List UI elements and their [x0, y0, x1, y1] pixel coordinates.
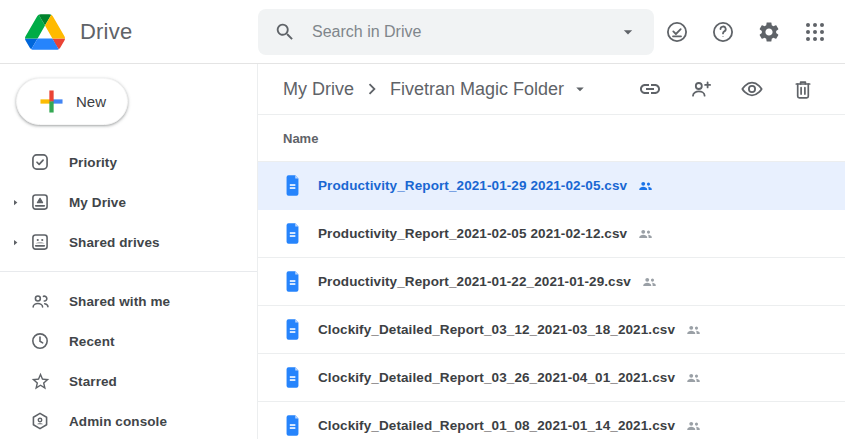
top-header: Drive	[0, 0, 845, 64]
table-row[interactable]: Productivity_Report_2021-02-05 2021-02-1…	[258, 210, 845, 258]
file-name: Clockify_Detailed_Report_03_26_2021-04_0…	[318, 370, 675, 385]
recent-clock-icon	[30, 331, 50, 351]
csv-file-icon	[283, 222, 302, 245]
file-name: Clockify_Detailed_Report_03_12_2021-03_1…	[318, 322, 675, 337]
chevron-right-icon	[361, 78, 383, 100]
search-options-caret-icon[interactable]	[618, 22, 638, 42]
file-name: Productivity_Report_2021-02-05 2021-02-1…	[318, 226, 627, 241]
shared-people-icon	[641, 273, 658, 290]
app-title: Drive	[80, 19, 132, 45]
expand-arrow-icon[interactable]	[0, 238, 30, 247]
file-actions-toolbar	[638, 77, 820, 101]
plus-icon	[38, 88, 65, 115]
sidebar-item-my-drive[interactable]: My Drive	[0, 182, 257, 222]
csv-file-icon	[283, 366, 302, 389]
admin-console-icon	[30, 411, 50, 431]
apps-grid-icon[interactable]	[803, 20, 827, 44]
priority-icon	[30, 152, 50, 172]
drive-logo-icon	[25, 14, 65, 50]
csv-file-icon	[283, 414, 302, 437]
column-header-name[interactable]: Name	[258, 115, 845, 162]
breadcrumb-toolbar: My Drive Fivetran Magic Folder	[258, 64, 845, 115]
header-actions	[665, 20, 845, 44]
sidebar-divider	[0, 271, 257, 272]
star-icon	[30, 371, 50, 391]
add-person-icon[interactable]	[689, 77, 713, 101]
search-bar[interactable]	[258, 9, 654, 55]
file-name: Productivity_Report_2021-01-22_2021-01-2…	[318, 274, 631, 289]
trash-icon[interactable]	[791, 77, 815, 101]
offline-status-icon[interactable]	[665, 20, 689, 44]
csv-file-icon	[283, 174, 302, 197]
sidebar-item-shared-drives[interactable]: Shared drives	[0, 222, 257, 262]
table-row[interactable]: Productivity_Report_2021-01-22_2021-01-2…	[258, 258, 845, 306]
shared-people-icon	[637, 225, 654, 242]
csv-file-icon	[283, 318, 302, 341]
search-input[interactable]	[300, 23, 614, 41]
csv-file-icon	[283, 270, 302, 293]
breadcrumb-current-folder[interactable]: Fivetran Magic Folder	[390, 79, 589, 100]
new-button-label: New	[76, 93, 106, 110]
table-row[interactable]: Productivity_Report_2021-01-29 2021-02-0…	[258, 162, 845, 210]
shared-people-icon	[685, 417, 702, 434]
table-row[interactable]: Clockify_Detailed_Report_01_08_2021-01_1…	[258, 402, 845, 439]
shared-people-icon	[637, 177, 654, 194]
shared-people-icon	[685, 369, 702, 386]
breadcrumb-my-drive[interactable]: My Drive	[283, 79, 354, 100]
sidebar-item-priority[interactable]: Priority	[0, 142, 257, 182]
sidebar-item-shared-with-me[interactable]: Shared with me	[0, 281, 257, 321]
content-area: My Drive Fivetran Magic Folder	[258, 64, 845, 439]
sidebar-item-admin-console[interactable]: Admin console	[0, 401, 257, 439]
shared-with-me-icon	[30, 291, 50, 311]
new-button[interactable]: New	[16, 78, 128, 125]
sidebar-item-recent[interactable]: Recent	[0, 321, 257, 361]
sidebar-nav: Priority My Drive Shared drives	[0, 142, 257, 439]
table-row[interactable]: Clockify_Detailed_Report_03_26_2021-04_0…	[258, 354, 845, 402]
folder-menu-caret-icon[interactable]	[571, 80, 589, 98]
link-icon[interactable]	[638, 77, 662, 101]
file-name: Productivity_Report_2021-01-29 2021-02-0…	[318, 178, 627, 193]
shared-people-icon	[685, 321, 702, 338]
sidebar: New Priority My Drive	[0, 64, 258, 439]
expand-arrow-icon[interactable]	[0, 198, 30, 207]
search-icon[interactable]	[274, 21, 296, 43]
shared-drives-icon	[30, 232, 50, 252]
preview-eye-icon[interactable]	[740, 77, 764, 101]
file-name: Clockify_Detailed_Report_01_08_2021-01_1…	[318, 418, 675, 433]
help-icon[interactable]	[711, 20, 735, 44]
settings-gear-icon[interactable]	[757, 20, 781, 44]
drive-brand[interactable]: Drive	[0, 14, 258, 50]
sidebar-item-starred[interactable]: Starred	[0, 361, 257, 401]
table-row[interactable]: Clockify_Detailed_Report_03_12_2021-03_1…	[258, 306, 845, 354]
my-drive-icon	[30, 192, 50, 212]
